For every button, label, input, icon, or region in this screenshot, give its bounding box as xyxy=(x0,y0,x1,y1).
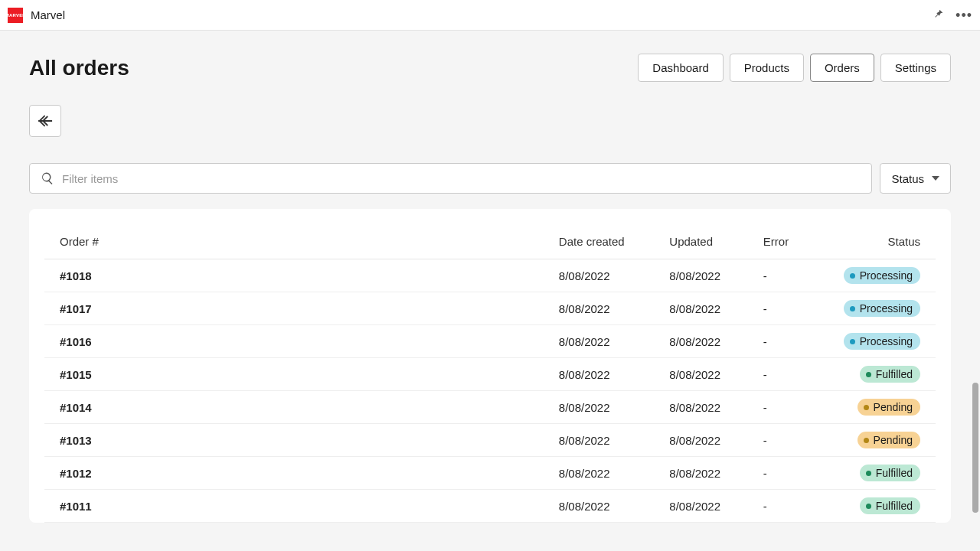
col-header-order: Order # xyxy=(44,224,544,259)
table-row[interactable]: #10168/08/20228/08/2022-Processing xyxy=(44,325,936,358)
cell-updated: 8/08/2022 xyxy=(654,490,748,523)
status-dot-icon xyxy=(866,372,871,377)
cell-error: - xyxy=(748,424,812,457)
status-badge-label: Processing xyxy=(860,269,913,282)
status-badge: Processing xyxy=(844,267,920,284)
table-row[interactable]: #10148/08/20228/08/2022-Pending xyxy=(44,391,936,424)
cell-created: 8/08/2022 xyxy=(544,490,654,523)
filter-row: Status xyxy=(29,163,951,194)
status-dot-icon xyxy=(866,471,871,476)
topbar-title: Marvel xyxy=(31,8,65,21)
nav-dashboard[interactable]: Dashboard xyxy=(638,54,723,82)
status-badge-label: Fulfilled xyxy=(876,500,913,512)
status-badge: Processing xyxy=(844,333,920,350)
cell-updated: 8/08/2022 xyxy=(654,457,748,490)
cell-updated: 8/08/2022 xyxy=(654,358,748,391)
nav-buttons: Dashboard Products Orders Settings xyxy=(638,54,951,82)
page-title: All orders xyxy=(29,56,129,80)
status-dot-icon xyxy=(864,438,869,443)
table-row[interactable]: #10128/08/20228/08/2022-Fulfilled xyxy=(44,457,936,490)
table-row[interactable]: #10178/08/20228/08/2022-Processing xyxy=(44,292,936,325)
status-badge: Fulfilled xyxy=(860,497,920,514)
status-badge-label: Pending xyxy=(874,434,913,446)
page-body: All orders Dashboard Products Orders Set… xyxy=(0,31,980,523)
table-row[interactable]: #10138/08/20228/08/2022-Pending xyxy=(44,424,936,457)
status-dot-icon xyxy=(866,504,871,509)
status-badge: Fulfilled xyxy=(860,366,920,383)
more-icon[interactable]: ••• xyxy=(956,8,972,22)
col-header-error: Error xyxy=(748,224,812,259)
cell-order-id: #1017 xyxy=(44,292,544,325)
cell-order-id: #1013 xyxy=(44,424,544,457)
cell-created: 8/08/2022 xyxy=(544,457,654,490)
status-badge-label: Pending xyxy=(874,401,913,413)
cell-updated: 8/08/2022 xyxy=(654,391,748,424)
status-dot-icon xyxy=(850,273,855,279)
cell-status: Fulfilled xyxy=(812,358,936,391)
table-row[interactable]: #10188/08/20228/08/2022-Processing xyxy=(44,259,936,292)
cell-updated: 8/08/2022 xyxy=(654,424,748,457)
app-topbar: MARVEL Marvel ••• xyxy=(0,0,980,31)
filter-input[interactable] xyxy=(62,172,861,185)
status-badge-label: Fulfilled xyxy=(876,368,913,380)
nav-products[interactable]: Products xyxy=(730,54,804,82)
status-dropdown[interactable]: Status xyxy=(880,163,951,194)
cell-created: 8/08/2022 xyxy=(544,259,654,292)
status-badge: Pending xyxy=(858,399,920,416)
cell-status: Pending xyxy=(812,424,936,457)
topbar-left: MARVEL Marvel xyxy=(8,8,65,23)
topbar-right: ••• xyxy=(933,8,972,22)
table-header-row: Order # Date created Updated Error Statu… xyxy=(44,224,936,259)
cell-updated: 8/08/2022 xyxy=(654,325,748,358)
cell-order-id: #1018 xyxy=(44,259,544,292)
col-header-status: Status xyxy=(812,224,936,259)
cell-updated: 8/08/2022 xyxy=(654,259,748,292)
status-badge: Processing xyxy=(844,300,920,317)
cell-error: - xyxy=(748,490,812,523)
col-header-updated: Updated xyxy=(654,224,748,259)
table-row[interactable]: #10118/08/20228/08/2022-Fulfilled xyxy=(44,490,936,523)
status-badge-label: Fulfilled xyxy=(876,467,913,479)
pin-icon[interactable] xyxy=(933,8,945,22)
cell-error: - xyxy=(748,292,812,325)
cell-order-id: #1012 xyxy=(44,457,544,490)
arrow-left-icon xyxy=(37,112,54,129)
cell-status: Processing xyxy=(812,259,936,292)
cell-error: - xyxy=(748,391,812,424)
cell-updated: 8/08/2022 xyxy=(654,292,748,325)
nav-settings[interactable]: Settings xyxy=(880,54,951,82)
brand-logo: MARVEL xyxy=(8,8,23,23)
status-dot-icon xyxy=(850,306,855,311)
cell-status: Processing xyxy=(812,325,936,358)
status-badge: Pending xyxy=(858,432,920,448)
cell-status: Processing xyxy=(812,292,936,325)
status-badge: Fulfilled xyxy=(860,465,920,481)
cell-order-id: #1014 xyxy=(44,391,544,424)
search-icon xyxy=(41,171,54,185)
cell-created: 8/08/2022 xyxy=(544,325,654,358)
scrollbar-thumb[interactable] xyxy=(972,383,978,513)
nav-orders[interactable]: Orders xyxy=(810,54,874,82)
cell-order-id: #1011 xyxy=(44,490,544,523)
cell-created: 8/08/2022 xyxy=(544,292,654,325)
cell-status: Fulfilled xyxy=(812,457,936,490)
cell-status: Pending xyxy=(812,391,936,424)
cell-created: 8/08/2022 xyxy=(544,424,654,457)
orders-table: Order # Date created Updated Error Statu… xyxy=(44,224,936,523)
status-badge-label: Processing xyxy=(860,302,913,315)
chevron-down-icon xyxy=(932,174,939,182)
cell-error: - xyxy=(748,358,812,391)
cell-error: - xyxy=(748,325,812,358)
status-dot-icon xyxy=(850,339,855,344)
cell-created: 8/08/2022 xyxy=(544,391,654,424)
orders-table-card: Order # Date created Updated Error Statu… xyxy=(29,209,951,523)
cell-error: - xyxy=(748,457,812,490)
page-header: All orders Dashboard Products Orders Set… xyxy=(29,54,951,82)
cell-created: 8/08/2022 xyxy=(544,358,654,391)
status-dot-icon xyxy=(864,405,869,410)
table-row[interactable]: #10158/08/20228/08/2022-Fulfilled xyxy=(44,358,936,391)
col-header-created: Date created xyxy=(544,224,654,259)
cell-error: - xyxy=(748,259,812,292)
search-box[interactable] xyxy=(29,163,872,194)
back-button[interactable] xyxy=(29,105,61,137)
